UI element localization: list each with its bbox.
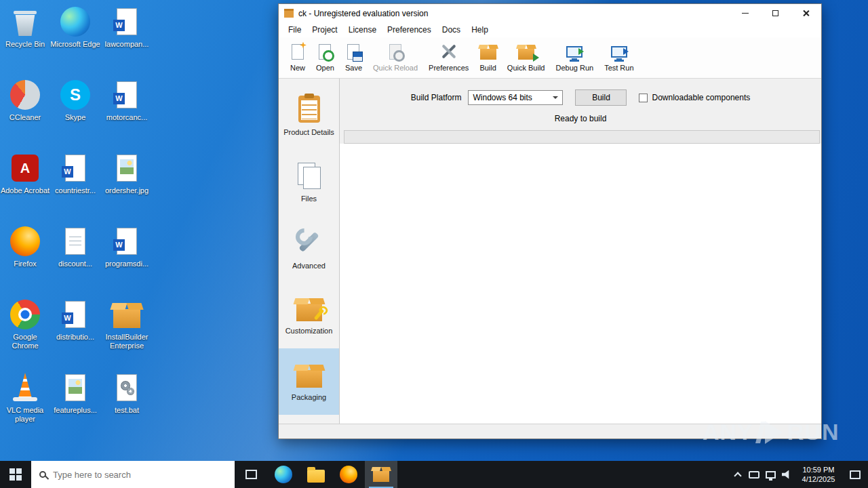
network-button[interactable] [762,461,778,488]
open-button[interactable]: Open [311,41,339,74]
desktop-icon-ccleaner[interactable]: CCleaner [0,79,50,122]
window-app-icon [284,11,294,18]
desktop-icon-google-chrome[interactable]: Google Chrome [0,298,50,350]
new-file-icon [292,44,304,60]
main-panel: Build Platform Windows 64 bits Build Dow… [340,79,821,424]
desktop-icon-skype[interactable]: S Skype [50,79,100,122]
notification-icon [850,470,861,479]
window-title: ck - Unregistered evaluation version [298,9,428,18]
sidebar: Product Details Files Advanced Customiza… [279,79,340,424]
customization-box-icon [296,304,322,321]
word-document-icon: W [65,301,85,328]
taskbar-search[interactable] [31,461,235,488]
debug-run-monitor-icon [566,46,583,58]
desktop-icon-firefox[interactable]: Firefox [0,225,50,268]
desktop-icon-label: Recycle Bin [0,40,50,49]
network-icon [766,471,776,479]
packaging-box-icon [296,370,322,388]
taskbar-firefox[interactable] [332,461,365,488]
menu-license[interactable]: License [343,22,382,37]
touch-keyboard-button[interactable] [746,461,762,488]
clock-time: 10:59 PM [795,465,842,474]
desktop-icon-label: countriestr... [50,186,100,195]
build-button[interactable]: Build [575,89,627,106]
vlc-cone-icon [13,373,37,403]
taskbar-file-explorer[interactable] [300,461,332,488]
desktop-icon-discount-file[interactable]: discount... [50,225,100,268]
desktop: Recycle Bin Microsoft Edge W lawcompan..… [0,0,163,461]
main-content-area [340,144,821,424]
desktop-icon-label: featureplus... [50,406,100,415]
desktop-icon-label: Skype [50,113,100,122]
clock-date: 4/12/2025 [795,474,842,484]
volume-button[interactable] [778,461,795,488]
menu-project[interactable]: Project [307,22,342,37]
downloadable-components-label: Downloadable components [652,93,750,102]
downloadable-components-checkbox[interactable] [639,94,648,102]
system-tray: 10:59 PM 4/12/2025 [730,461,868,488]
build-box-icon [480,49,496,60]
ccleaner-icon [10,80,40,110]
debug-run-button[interactable]: Debug Run [551,41,598,74]
search-input[interactable] [53,470,235,480]
menu-help[interactable]: Help [466,22,494,37]
sidebar-item-product-details[interactable]: Product Details [279,83,339,149]
desktop-icon-motorcanc-doc[interactable]: W motorcanc... [102,79,152,122]
toolbar: New Open Save Quick Reload Preferences B… [279,37,821,79]
chrome-icon [10,300,40,329]
build-platform-select[interactable]: Windows 64 bits [468,90,563,105]
taskbar-edge[interactable] [267,461,300,488]
desktop-icon-lawcompan-doc[interactable]: W lawcompan... [102,5,152,49]
word-document-icon: W [117,81,137,108]
files-icon [296,162,323,189]
recycle-bin-icon [14,7,37,36]
desktop-icon-featureplus-file[interactable]: featureplus... [50,371,100,415]
hidden-icons-button[interactable] [730,461,746,488]
minimize-button[interactable] [730,4,760,22]
sidebar-item-advanced[interactable]: Advanced [279,216,339,282]
action-center-button[interactable] [842,461,868,488]
skype-icon: S [60,80,90,110]
start-button[interactable] [0,461,31,488]
word-document-icon: W [65,155,85,182]
desktop-icon-label: Adobe Acrobat [0,186,50,195]
build-toolbar-button[interactable]: Build [475,41,500,74]
desktop-icon-vlc[interactable]: VLC media player [0,371,50,424]
desktop-icon-test-bat[interactable]: test.bat [102,371,152,415]
taskbar-clock[interactable]: 10:59 PM 4/12/2025 [795,465,842,484]
desktop-icon-ordersher-jpg[interactable]: ordersher.jpg [102,152,152,195]
sidebar-item-files[interactable]: Files [279,149,339,216]
desktop-icon-adobe-acrobat[interactable]: A Adobe Acrobat [0,152,50,195]
sidebar-item-customization[interactable]: Customization [279,282,339,348]
desktop-icon-label: Google Chrome [0,333,50,350]
build-platform-label: Build Platform [411,93,462,102]
test-run-button[interactable]: Test Run [599,41,638,74]
preferences-button[interactable]: Preferences [424,41,473,74]
desktop-icon-countriestr-doc[interactable]: W countriestr... [50,152,100,195]
desktop-icon-microsoft-edge[interactable]: Microsoft Edge [50,5,100,49]
quick-build-button[interactable]: Quick Build [502,41,550,74]
menu-file[interactable]: File [283,22,307,37]
menu-preferences[interactable]: Preferences [382,22,437,37]
desktop-icon-distributio-doc[interactable]: W distributio... [50,298,100,342]
close-button[interactable] [791,4,821,22]
desktop-icon-installbuilder[interactable]: InstallBuilder Enterprise [102,298,152,350]
volume-icon [782,470,792,479]
image-file-icon [117,155,137,182]
maximize-button[interactable] [760,4,791,22]
desktop-icon-programsdi-doc[interactable]: W programsdi... [102,225,152,268]
window-titlebar[interactable]: ck - Unregistered evaluation version [279,4,821,22]
new-button[interactable]: New [285,41,310,74]
minimize-icon [742,13,749,14]
menu-docs[interactable]: Docs [437,22,466,37]
desktop-icon-label: programsdi... [102,260,152,268]
test-run-monitor-icon [611,46,627,58]
desktop-icon-label: Firefox [0,260,50,268]
taskbar-installbuilder-active[interactable] [365,461,397,488]
keyboard-icon [749,471,760,479]
desktop-icon-recycle-bin[interactable]: Recycle Bin [0,5,50,49]
save-button[interactable]: Save [340,41,367,74]
task-view-button[interactable] [235,461,267,488]
edge-icon [60,7,90,37]
sidebar-item-packaging[interactable]: Packaging [279,348,339,415]
